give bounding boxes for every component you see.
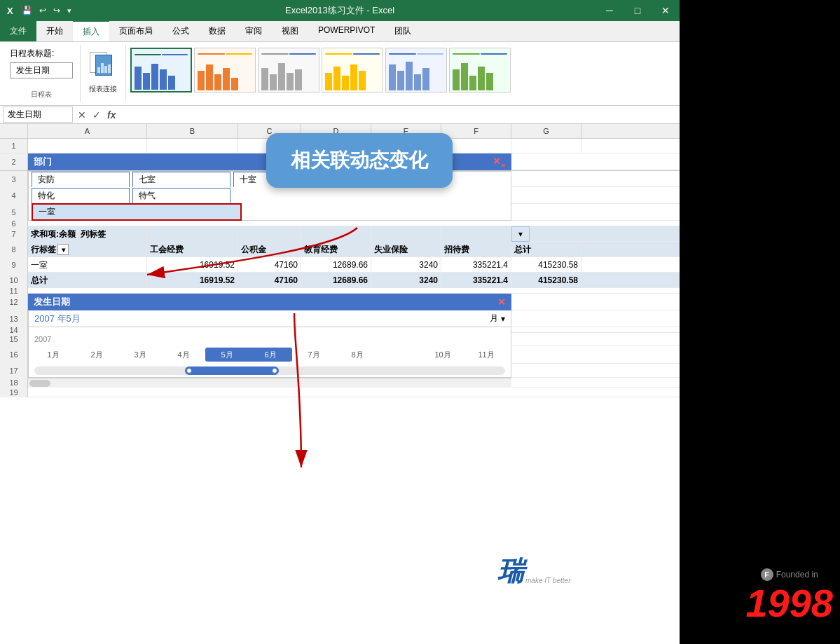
formula-cancel-button[interactable]: ✕ <box>76 109 88 121</box>
dept-item-yishi-selected[interactable]: 一室 <box>32 203 242 221</box>
row-6: 6 <box>0 221 680 226</box>
dept-slicer-clear[interactable]: ✕✕ <box>493 156 506 169</box>
cell-a7[interactable]: 求和项:余额 列标签 <box>28 226 147 242</box>
cell-b7[interactable] <box>147 226 238 242</box>
date-title-input[interactable]: 发生日期 <box>10 62 73 78</box>
month-7[interactable]: 7月 <box>292 348 336 362</box>
month-3[interactable]: 3月 <box>118 348 162 362</box>
cell-f10[interactable]: 335221.4 <box>441 273 511 288</box>
founded-badge: F Founded in <box>761 568 818 581</box>
row-num-17: 17 <box>0 364 28 378</box>
cell-b9[interactable]: 16919.52 <box>147 257 238 273</box>
tab-insert[interactable]: 插入 <box>73 20 109 41</box>
cell-d7[interactable] <box>301 226 371 242</box>
month-1[interactable]: 1月 <box>32 348 75 362</box>
slider-fill[interactable] <box>185 366 279 375</box>
cell-d9[interactable]: 12689.66 <box>301 257 371 273</box>
date-unit-selector[interactable]: 月 ▾ <box>490 313 505 324</box>
cell-g10[interactable]: 415230.58 <box>511 273 581 288</box>
chart-thumb-1[interactable] <box>130 48 192 93</box>
cell-a9[interactable]: 一室 <box>28 257 147 273</box>
tab-team[interactable]: 团队 <box>385 21 421 41</box>
redo-icon[interactable]: ↪ <box>51 6 62 15</box>
month-10[interactable]: 10月 <box>421 348 464 362</box>
month-2[interactable]: 2月 <box>75 348 118 362</box>
minimize-button[interactable]: ─ <box>595 0 624 21</box>
row-4: 4 特化 特气 <box>0 187 680 204</box>
tab-review[interactable]: 审阅 <box>235 21 272 41</box>
row-num-10: 10 <box>0 273 28 288</box>
tab-data[interactable]: 数据 <box>199 21 235 41</box>
cell-d8[interactable]: 教育经费 <box>301 242 371 257</box>
month-4[interactable]: 4月 <box>162 348 205 362</box>
cell-c10[interactable]: 47160 <box>238 273 301 288</box>
date-slicer-clear[interactable]: ✕ <box>497 296 506 308</box>
name-box[interactable]: 发生日期 <box>3 107 73 123</box>
row-num-19: 19 <box>0 388 28 397</box>
row-num-18: 18 <box>0 378 28 388</box>
founded-text: Founded in <box>776 570 818 580</box>
row-filter-icon[interactable]: ▾ <box>57 244 69 255</box>
cell-f7[interactable] <box>441 226 511 242</box>
horizontal-scrollbar[interactable] <box>28 378 511 388</box>
slider-track[interactable] <box>34 366 505 375</box>
more-icon[interactable]: ▾ <box>65 6 74 15</box>
cell-b10[interactable]: 16919.52 <box>147 273 238 288</box>
timeline-slider[interactable] <box>28 364 511 378</box>
cell-b1[interactable] <box>147 139 238 153</box>
cell-f8[interactable]: 招待费 <box>441 242 511 257</box>
save-icon[interactable]: 💾 <box>20 6 34 15</box>
report-connect-button[interactable]: 报表连接 <box>81 45 126 102</box>
month-11[interactable]: 11月 <box>464 348 508 362</box>
scroll-thumb[interactable] <box>29 380 50 387</box>
cell-c9[interactable]: 47160 <box>238 257 301 273</box>
cell-g1[interactable] <box>511 139 581 153</box>
dept-item-tehua[interactable]: 特化 <box>32 188 130 204</box>
cell-e10[interactable]: 3240 <box>371 273 441 288</box>
cell-d10[interactable]: 12689.66 <box>301 273 371 288</box>
column-filter-button[interactable]: ▾ <box>511 226 530 242</box>
cell-g9[interactable]: 415230.58 <box>511 257 581 273</box>
dept-item-teqi[interactable]: 特气 <box>132 188 230 204</box>
chart-thumb-6[interactable] <box>449 48 511 93</box>
slider-handle-left[interactable] <box>186 368 192 374</box>
formula-insert-function-button[interactable]: fx <box>105 109 118 121</box>
cell-b8[interactable]: 工会经费 <box>147 242 238 257</box>
month-row: 1月 2月 3月 4月 5月 6月 7月 8月 10月 11月 <box>32 348 508 362</box>
cell-g8[interactable]: 总计 <box>511 242 581 257</box>
tab-page-layout[interactable]: 页面布局 <box>109 21 163 41</box>
cell-a10[interactable]: 总计 <box>28 273 147 288</box>
logo-watermark-area: 瑞 东方瑞通 make IT better <box>497 558 581 584</box>
month-6-selected[interactable]: 6月 <box>249 348 292 362</box>
tab-view[interactable]: 视图 <box>272 21 308 41</box>
tab-home[interactable]: 开始 <box>36 21 73 41</box>
chart-thumb-2[interactable] <box>194 48 256 93</box>
cell-a1[interactable] <box>28 139 147 153</box>
month-5-selected[interactable]: 5月 <box>205 348 249 362</box>
cell-c8[interactable]: 公积金 <box>238 242 301 257</box>
formula-confirm-button[interactable]: ✓ <box>90 109 103 121</box>
cell-c7[interactable] <box>238 226 301 242</box>
schedule-title-label: 日程表标题: <box>10 48 73 60</box>
cell-a8[interactable]: 行标签 ▾ <box>28 242 147 257</box>
row-num-9: 9 <box>0 257 28 273</box>
chart-thumb-3[interactable] <box>258 48 319 93</box>
row-num-4: 4 <box>0 187 28 204</box>
dept-item-qishi[interactable]: 七室 <box>132 172 230 188</box>
month-8[interactable]: 8月 <box>336 348 379 362</box>
cell-e7[interactable] <box>371 226 441 242</box>
cell-f9[interactable]: 335221.4 <box>441 257 511 273</box>
chart-thumb-4[interactable] <box>322 48 383 93</box>
maximize-button[interactable]: □ <box>624 0 652 21</box>
close-button[interactable]: ✕ <box>652 0 680 21</box>
undo-icon[interactable]: ↩ <box>37 6 48 15</box>
cell-e9[interactable]: 3240 <box>371 257 441 273</box>
row-14: 14 <box>0 327 680 333</box>
tab-file[interactable]: 文件 <box>0 21 36 41</box>
slider-handle-right[interactable] <box>272 368 277 374</box>
chart-thumb-5[interactable] <box>385 48 447 93</box>
dept-item-anfang[interactable]: 安防 <box>32 172 130 188</box>
tab-powerpivot[interactable]: POWERPIVOT <box>308 21 385 41</box>
tab-formulas[interactable]: 公式 <box>163 21 199 41</box>
cell-e8[interactable]: 失业保险 <box>371 242 441 257</box>
